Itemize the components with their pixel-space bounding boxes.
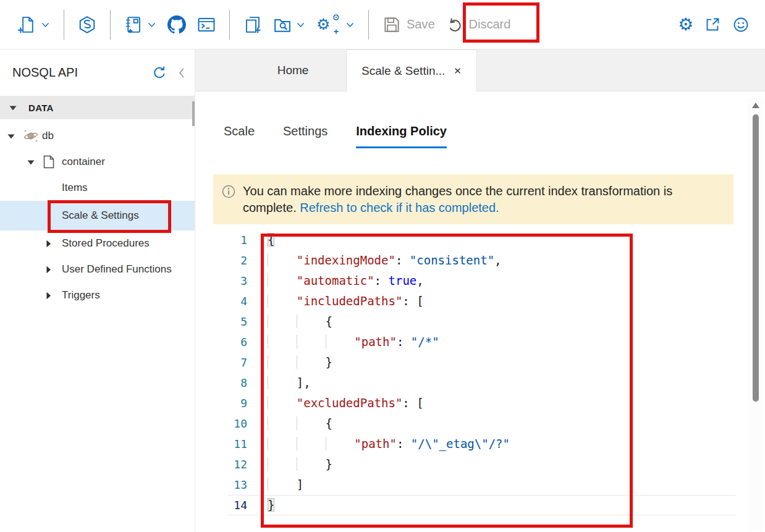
save-button[interactable]: Save xyxy=(377,15,441,34)
save-button-label: Save xyxy=(407,17,435,32)
github-button[interactable] xyxy=(162,15,192,34)
new-notebook-button[interactable] xyxy=(119,15,162,34)
gear-icon: ⚙ xyxy=(678,16,693,33)
code-token: , xyxy=(494,253,501,267)
code-text: "indexingMode": "consistent", xyxy=(256,250,502,271)
banner-message: You can make more indexing changes once … xyxy=(243,183,679,216)
sidebar-scrollbar-thumb[interactable] xyxy=(192,101,195,126)
tab-home[interactable]: Home xyxy=(240,49,346,91)
sidebar-item-container[interactable]: container xyxy=(0,149,195,175)
new-stored-procedure-button[interactable]: ⚙⚙+ xyxy=(311,17,360,32)
code-token: true xyxy=(389,274,417,287)
subtab-scale[interactable]: Scale xyxy=(224,124,255,148)
save-icon xyxy=(382,15,401,34)
code-line: 4 "includedPaths": [ xyxy=(228,291,736,311)
sidebar-item-scale-settings[interactable]: Scale & Settings xyxy=(0,201,195,230)
toolbar-separator xyxy=(64,10,64,40)
tree-item-label: User Defined Functions xyxy=(62,263,172,276)
code-token: } xyxy=(326,457,332,471)
sidebar-item-user-defined-functions[interactable]: User Defined Functions xyxy=(0,256,195,282)
banner-refresh-link[interactable]: Refresh to check if it has completed. xyxy=(300,201,499,214)
synapse-link-button[interactable] xyxy=(72,15,102,34)
code-line: 5 { xyxy=(228,311,736,332)
tab-label: Home xyxy=(277,64,309,77)
code-line: 13 ] xyxy=(228,475,736,495)
subtab-indexing-policy[interactable]: Indexing Policy xyxy=(356,124,447,148)
settings-button[interactable]: ⚙ xyxy=(672,16,699,33)
terminal-icon xyxy=(197,15,216,34)
scroll-up-icon[interactable] xyxy=(748,98,764,112)
subtab-settings[interactable]: Settings xyxy=(283,124,328,148)
sidebar-item-db[interactable]: db xyxy=(0,123,195,149)
chevron-down-icon xyxy=(296,21,305,28)
fullscreen-button[interactable] xyxy=(699,16,727,33)
sidebar-header: NOSQL API xyxy=(0,49,195,96)
line-number: 9 xyxy=(228,393,256,413)
code-text: { xyxy=(256,311,332,332)
code-token: ], xyxy=(297,376,311,389)
code-token: "path" xyxy=(354,437,397,450)
sidebar-item-stored-procedures[interactable]: Stored Procedures xyxy=(0,230,195,256)
code-token: : [ xyxy=(402,294,423,308)
code-line: 11 "path": "/\"_etag\"/?" xyxy=(228,434,736,454)
code-token: : xyxy=(374,274,389,287)
code-token: : xyxy=(395,253,410,267)
indent-guide xyxy=(297,457,326,471)
tree-item-label: Items xyxy=(62,182,88,194)
new-container-button[interactable] xyxy=(12,15,56,34)
code-token: "excludedPaths" xyxy=(297,396,403,410)
indent-guide xyxy=(297,315,326,328)
toolbar-separator xyxy=(229,10,230,40)
code-text: "automatic": true, xyxy=(256,271,424,291)
matched-bracket: { xyxy=(268,233,274,247)
code-line: 2 "indexingMode": "consistent", xyxy=(228,250,736,271)
main-panel: HomeScale & Settin...✕ ScaleSettingsInde… xyxy=(195,49,765,532)
indent-guide xyxy=(268,416,297,430)
document-add-icon xyxy=(18,15,36,34)
caret-down-icon[interactable] xyxy=(27,159,42,166)
tab-scale-settin-[interactable]: Scale & Settin...✕ xyxy=(346,49,477,91)
open-query-button[interactable] xyxy=(268,15,311,34)
command-bar: ⚙⚙+SaveDiscard⚙ xyxy=(0,0,765,49)
code-line: 14} xyxy=(228,495,736,515)
info-icon xyxy=(222,185,235,198)
caret-down-icon[interactable] xyxy=(7,133,22,140)
code-token: "automatic" xyxy=(297,274,374,287)
caret-right-icon[interactable] xyxy=(46,266,61,274)
smiley-icon xyxy=(732,16,750,33)
scrollbar-thumb[interactable] xyxy=(753,114,759,402)
code-token: "includedPaths" xyxy=(297,294,403,308)
indexing-policy-editor[interactable]: 1{2 "indexingMode": "consistent",3 "auto… xyxy=(228,230,736,515)
matched-bracket: } xyxy=(268,498,274,512)
sidebar-item-triggers[interactable]: Triggers xyxy=(0,282,195,308)
refresh-icon[interactable] xyxy=(151,65,167,81)
code-line: 9 "excludedPaths": [ xyxy=(228,393,736,413)
code-token: } xyxy=(326,355,332,369)
chevron-down-icon xyxy=(345,21,355,28)
feedback-button[interactable] xyxy=(727,16,755,33)
collapse-panel-icon[interactable] xyxy=(177,67,186,79)
tree-item-label: Triggers xyxy=(62,289,100,302)
new-query-button[interactable] xyxy=(238,15,268,34)
caret-right-icon[interactable] xyxy=(46,292,61,300)
code-line: 8 ], xyxy=(228,373,736,393)
hexagon-icon xyxy=(78,15,96,34)
line-number: 11 xyxy=(228,434,256,454)
code-token: "/\"_etag\"/?" xyxy=(411,437,510,450)
sidebar: NOSQL API DATA dbcontainerItemsScale & S… xyxy=(0,49,195,532)
indent-guide xyxy=(326,437,355,450)
open-terminal-button[interactable] xyxy=(192,15,221,34)
code-text: "excludedPaths": [ xyxy=(256,393,424,413)
code-text: ] xyxy=(256,475,303,495)
code-text: "path": "/\"_etag\"/?" xyxy=(256,434,510,454)
sidebar-item-items[interactable]: Items xyxy=(0,175,195,201)
code-token: : xyxy=(397,335,411,348)
line-number: 8 xyxy=(228,373,256,393)
sub-tab-bar: ScaleSettingsIndexing Policy xyxy=(224,124,765,148)
close-icon[interactable]: ✕ xyxy=(454,65,462,77)
sidebar-section-data[interactable]: DATA xyxy=(0,96,195,119)
line-number: 1 xyxy=(228,230,256,250)
discard-button[interactable]: Discard xyxy=(441,16,517,33)
caret-right-icon[interactable] xyxy=(46,240,61,248)
code-line: 7 } xyxy=(228,352,736,373)
